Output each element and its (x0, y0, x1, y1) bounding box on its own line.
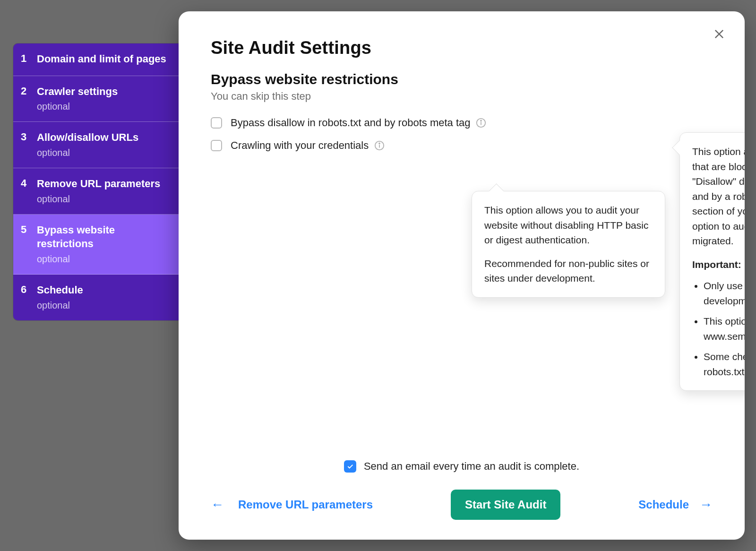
tooltip-text: This option allows you to audit your web… (484, 203, 653, 248)
step-number: 1 (21, 52, 37, 66)
credentials-tooltip: This option allows you to audit your web… (472, 191, 665, 298)
section-title: Bypass website restrictions (211, 71, 713, 87)
settings-modal: Site Audit Settings Bypass website restr… (179, 11, 745, 540)
step-number: 3 (21, 130, 37, 144)
sidebar-item[interactable]: 6Scheduleoptional (13, 275, 183, 320)
tooltip-text: Recommended for non-public sites or site… (484, 256, 653, 286)
step-number: 2 (21, 85, 37, 98)
step-subtitle: optional (37, 101, 173, 112)
back-label: Remove URL parameters (238, 497, 373, 512)
bypass-robots-checkbox[interactable] (211, 117, 222, 129)
section-desc: You can skip this step (211, 90, 713, 103)
email-notify-row: Send an email every time an audit is com… (211, 460, 713, 473)
info-icon[interactable] (476, 118, 486, 128)
crawl-credentials-row: Crawling with your credentials (211, 139, 713, 152)
crawl-credentials-label: Crawling with your credentials (231, 139, 369, 152)
svg-point-2 (481, 121, 482, 121)
bypass-robots-row: Bypass disallow in robots.txt and by rob… (211, 117, 713, 129)
crawl-credentials-checkbox[interactable] (211, 140, 222, 151)
sidebar-item[interactable]: 1Domain and limit of pages (13, 43, 183, 76)
check-icon (346, 463, 354, 470)
modal-footer: Send an email every time an audit is com… (179, 460, 745, 540)
step-title: Crawler settings (37, 85, 173, 99)
email-notify-checkbox[interactable] (344, 460, 356, 473)
page-title: Site Audit Settings (211, 38, 713, 58)
step-title: Bypass website restrictions (37, 223, 173, 251)
important-label: Important: (692, 257, 745, 272)
step-title: Remove URL parameters (37, 177, 173, 191)
step-number: 4 (21, 177, 37, 190)
sidebar-item[interactable]: 5Bypass website restrictionsoptional (13, 215, 183, 275)
important-list: Only use this option for sites under dev… (692, 278, 745, 379)
next-label: Schedule (638, 498, 689, 511)
important-list-item: Some checks regarding your robots.txt ma… (704, 349, 745, 379)
sidebar-item[interactable]: 4Remove URL parametersoptional (13, 168, 183, 215)
step-sidebar: 1Domain and limit of pages2Crawler setti… (13, 43, 183, 320)
arrow-right-icon: → (699, 497, 713, 512)
step-number: 5 (21, 223, 37, 237)
tooltip-text: This option allows you to audit pages th… (692, 144, 745, 249)
info-icon[interactable] (374, 140, 385, 151)
back-button[interactable]: ← Remove URL parameters (211, 497, 373, 512)
email-notify-label: Send an email every time an audit is com… (364, 460, 579, 473)
step-subtitle: optional (37, 147, 173, 158)
step-subtitle: optional (37, 194, 173, 205)
sidebar-item[interactable]: 3Allow/disallow URLsoptional (13, 122, 183, 168)
sidebar-item[interactable]: 2Crawler settingsoptional (13, 76, 183, 122)
step-subtitle: optional (37, 300, 173, 311)
step-title: Domain and limit of pages (37, 52, 173, 66)
step-number: 6 (21, 283, 37, 297)
svg-point-5 (379, 143, 380, 144)
next-button[interactable]: Schedule → (638, 497, 713, 512)
step-title: Allow/disallow URLs (37, 130, 173, 145)
important-list-item: This option will affect all www.semrush.… (704, 314, 745, 344)
step-subtitle: optional (37, 254, 173, 265)
bypass-tooltip: This option allows you to audit pages th… (679, 132, 745, 391)
bypass-robots-label: Bypass disallow in robots.txt and by rob… (231, 117, 470, 129)
arrow-left-icon: ← (211, 497, 224, 512)
step-title: Schedule (37, 283, 173, 297)
start-audit-button[interactable]: Start Site Audit (451, 490, 560, 520)
important-list-item: Only use this option for sites under dev… (704, 278, 745, 308)
